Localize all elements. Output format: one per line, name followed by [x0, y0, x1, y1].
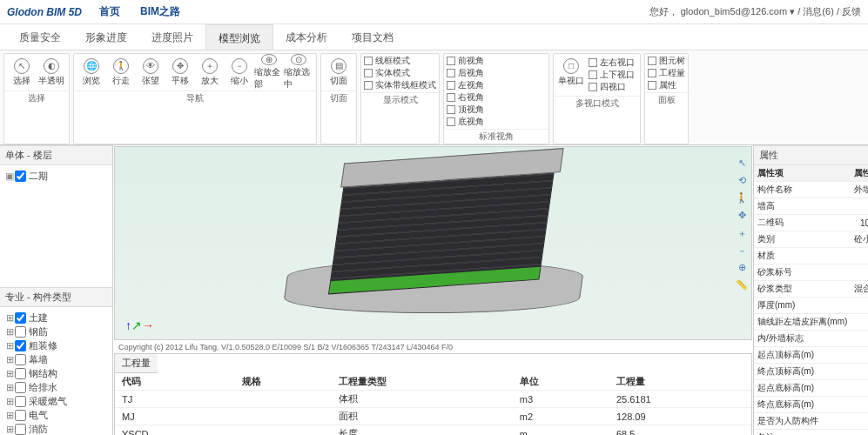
- zoom-out-icon[interactable]: －: [735, 244, 749, 258]
- ribbon-button[interactable]: －缩小: [225, 56, 254, 89]
- ribbon-list-item[interactable]: 右视角: [447, 91, 497, 104]
- tree-node-phase2[interactable]: ▣二期: [5, 170, 107, 183]
- table-row[interactable]: MJ面积m2128.09: [115, 408, 751, 425]
- measure-icon[interactable]: 📏: [735, 279, 749, 293]
- single-viewport-button[interactable]: □单视口: [556, 56, 586, 89]
- ribbon-button[interactable]: ＋放大: [195, 56, 225, 89]
- property-row[interactable]: 构件名称外墙大孔: [754, 182, 868, 198]
- ribbon-list-item[interactable]: 实体带线框模式: [364, 79, 436, 91]
- node-checkbox[interactable]: [15, 382, 26, 393]
- property-row[interactable]: 备注: [754, 430, 868, 436]
- user-drop-icon[interactable]: ▾: [790, 6, 795, 17]
- ribbon-list-item[interactable]: 属性: [648, 79, 685, 91]
- ribbon-button[interactable]: ⊙缩放选中: [284, 56, 313, 89]
- ribbon-button[interactable]: ◐半透明: [37, 56, 66, 89]
- node-checkbox[interactable]: [15, 312, 26, 324]
- ribbon-list-item[interactable]: 图元树: [648, 55, 685, 67]
- discipline-node[interactable]: ⊞粗装修: [5, 339, 107, 352]
- property-row[interactable]: 二维码109807: [754, 215, 868, 231]
- discipline-node[interactable]: ⊞采暖燃气: [5, 395, 107, 408]
- expand-icon[interactable]: ⊞: [5, 396, 14, 407]
- orbit-icon[interactable]: ⟲: [735, 175, 749, 189]
- expand-icon[interactable]: ⊞: [5, 312, 14, 324]
- ribbon-list-item[interactable]: 底视角: [447, 116, 497, 128]
- property-row[interactable]: 砂浆类型混合砂浆: [754, 281, 868, 298]
- property-row[interactable]: 轴线距左墙皮距离(mm)100: [754, 314, 868, 331]
- ribbon-list-item[interactable]: 左视角: [447, 79, 497, 91]
- node-checkbox[interactable]: [15, 326, 26, 338]
- nav-bim-road[interactable]: BIM之路: [140, 5, 180, 17]
- ribbon-list-item[interactable]: 实体模式: [364, 67, 436, 79]
- expand-icon[interactable]: ▣: [5, 171, 14, 182]
- ribbon-button[interactable]: 👁张望: [136, 56, 165, 89]
- ribbon-button[interactable]: ↖选择: [7, 56, 37, 89]
- node-checkbox[interactable]: [15, 396, 26, 407]
- property-row[interactable]: 厚度(mm)200: [754, 298, 868, 314]
- property-tab[interactable]: 属性: [754, 145, 868, 165]
- ribbon-list-item[interactable]: 前视角: [447, 55, 497, 67]
- expand-icon[interactable]: ⊞: [5, 410, 14, 421]
- node-checkbox[interactable]: [15, 368, 26, 379]
- ribbon-list-item[interactable]: 上下视口: [589, 69, 635, 81]
- property-row[interactable]: 内/外墙标志外墙: [754, 331, 868, 347]
- discipline-node[interactable]: ⊞钢筋: [5, 325, 107, 338]
- discipline-node[interactable]: ⊞电气: [5, 409, 107, 422]
- expand-icon[interactable]: ⊞: [5, 382, 14, 393]
- building-model[interactable]: [268, 148, 599, 322]
- node-checkbox[interactable]: [15, 424, 26, 435]
- ribbon-list-item[interactable]: 四视口: [589, 81, 635, 93]
- discipline-node[interactable]: ⊞钢结构: [5, 367, 107, 380]
- discipline-node[interactable]: ⊞给排水: [5, 381, 107, 394]
- 3d-viewport[interactable]: ↑↗→ ↖ ⟲ 🚶 ✥ ＋ － ⊕ 📏: [114, 146, 752, 340]
- tab-photos[interactable]: 进度照片: [139, 24, 205, 50]
- tab-docs[interactable]: 项目文档: [340, 24, 406, 50]
- ribbon-button[interactable]: ▤切面: [324, 56, 353, 89]
- ribbon-button[interactable]: ⊕缩放全部: [254, 56, 284, 89]
- table-row[interactable]: TJ体积m325.6181: [115, 391, 751, 408]
- node-checkbox[interactable]: [15, 410, 26, 421]
- messages-link[interactable]: 消息(6): [803, 6, 833, 17]
- discipline-node[interactable]: ⊞幕墙: [5, 353, 107, 366]
- property-row[interactable]: 终点底标高(m)-0.1: [754, 397, 868, 413]
- ribbon-list-item[interactable]: 后视角: [447, 67, 497, 79]
- ribbon-list-item[interactable]: 左右视口: [589, 57, 635, 69]
- select-icon[interactable]: ↖: [735, 157, 749, 171]
- nav-home[interactable]: 首页: [99, 5, 120, 17]
- property-row[interactable]: 是否为人防构件否: [754, 413, 868, 430]
- tab-quality[interactable]: 质量安全: [7, 24, 73, 50]
- feedback-link[interactable]: 反馈: [842, 6, 861, 17]
- node-checkbox[interactable]: [15, 340, 26, 351]
- property-row[interactable]: 起点底标高(m)-0.1: [754, 380, 868, 397]
- property-row[interactable]: 起点顶标高(m)3.65: [754, 347, 868, 364]
- zoom-fit-icon[interactable]: ⊕: [735, 262, 749, 276]
- expand-icon[interactable]: ⊞: [5, 424, 14, 435]
- property-row[interactable]: 墙高3.75: [754, 198, 868, 215]
- pan-icon[interactable]: ✥: [735, 210, 749, 224]
- discipline-node[interactable]: ⊞消防: [5, 423, 107, 435]
- discipline-node[interactable]: ⊞土建: [5, 311, 107, 325]
- ribbon-list-item[interactable]: 线框模式: [364, 55, 436, 67]
- walk-icon[interactable]: 🚶: [735, 192, 749, 206]
- expand-icon[interactable]: ⊞: [5, 326, 14, 338]
- property-row[interactable]: 材质砌块: [754, 248, 868, 264]
- node-checkbox[interactable]: [15, 354, 26, 365]
- ribbon-button[interactable]: 🌐浏览: [77, 56, 106, 89]
- ribbon-button[interactable]: ✥平移: [165, 56, 195, 89]
- quantity-tab[interactable]: 工程量: [115, 354, 158, 373]
- zoom-in-icon[interactable]: ＋: [735, 227, 749, 241]
- ribbon-button[interactable]: 🚶行走: [106, 56, 136, 89]
- node-checkbox[interactable]: [15, 171, 26, 182]
- ribbon-list-item[interactable]: 工程量: [648, 67, 685, 79]
- ribbon-list-item[interactable]: 顶视角: [447, 104, 497, 116]
- tab-cost[interactable]: 成本分析: [273, 24, 340, 50]
- expand-icon[interactable]: ⊞: [5, 368, 14, 379]
- property-row[interactable]: 终点顶标高(m)3.65: [754, 364, 868, 380]
- property-row[interactable]: 类别砼小型空: [754, 231, 868, 248]
- table-row[interactable]: YSCD长度m68.5: [115, 425, 751, 436]
- tab-model-view[interactable]: 模型浏览: [205, 24, 273, 50]
- property-row[interactable]: 砂浆标号M5: [754, 264, 868, 281]
- user-link[interactable]: glodon_bim5d@126.com: [681, 6, 787, 17]
- expand-icon[interactable]: ⊞: [5, 354, 14, 365]
- expand-icon[interactable]: ⊞: [5, 340, 14, 351]
- tab-progress[interactable]: 形象进度: [73, 24, 139, 50]
